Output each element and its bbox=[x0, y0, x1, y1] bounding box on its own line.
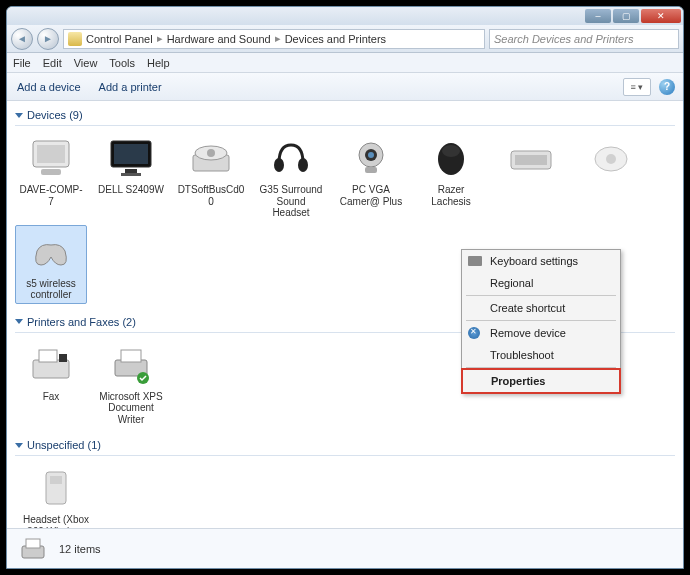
ctx-remove-device[interactable]: Remove device bbox=[462, 322, 620, 344]
group-header-unspecified[interactable]: Unspecified (1) bbox=[15, 435, 675, 453]
printer-icon bbox=[103, 341, 159, 389]
mouse-icon bbox=[423, 134, 479, 182]
disc-drive-icon bbox=[183, 134, 239, 182]
maximize-button[interactable]: ▢ bbox=[613, 9, 639, 23]
device-item[interactable]: DTSoftBusCd00 bbox=[175, 132, 247, 221]
svg-point-11 bbox=[298, 158, 308, 172]
caret-down-icon bbox=[15, 113, 23, 118]
svg-rect-26 bbox=[121, 350, 141, 362]
svg-rect-6 bbox=[121, 173, 141, 176]
back-button[interactable]: ◄ bbox=[11, 28, 33, 50]
menu-tools[interactable]: Tools bbox=[109, 57, 135, 69]
unspecified-item[interactable]: Headset (Xbox 360 Wireless Receiver for … bbox=[15, 462, 97, 528]
svg-rect-5 bbox=[125, 169, 137, 173]
breadcrumb-mid[interactable]: Hardware and Sound bbox=[167, 33, 271, 45]
breadcrumb-leaf[interactable]: Devices and Printers bbox=[285, 33, 387, 45]
svg-rect-15 bbox=[365, 167, 377, 173]
wireless-receiver-icon bbox=[583, 134, 639, 182]
content-area: Devices (9) DAVE-COMP-7 DELL S2409W bbox=[7, 101, 683, 528]
keyboard-small-icon bbox=[468, 256, 482, 266]
fax-icon bbox=[23, 341, 79, 389]
caret-down-icon bbox=[15, 443, 23, 448]
svg-rect-23 bbox=[39, 350, 57, 362]
device-item[interactable]: DAVE-COMP-7 bbox=[15, 132, 87, 221]
minimize-button[interactable]: – bbox=[585, 9, 611, 23]
monitor-icon bbox=[103, 134, 159, 182]
command-bar: Add a device Add a printer ≡ ▾ ? bbox=[7, 73, 683, 101]
group-header-devices[interactable]: Devices (9) bbox=[15, 105, 675, 123]
menu-edit[interactable]: Edit bbox=[43, 57, 62, 69]
status-printer-icon bbox=[17, 535, 49, 563]
generic-device-icon bbox=[28, 464, 84, 512]
svg-rect-29 bbox=[50, 476, 62, 484]
navigation-bar: ◄ ► Control Panel ▸ Hardware and Sound ▸… bbox=[7, 25, 683, 53]
unspecified-items: Headset (Xbox 360 Wireless Receiver for … bbox=[15, 462, 675, 528]
menu-bar: File Edit View Tools Help bbox=[7, 53, 683, 73]
add-printer-button[interactable]: Add a printer bbox=[99, 81, 162, 93]
device-item[interactable]: DELL S2409W bbox=[95, 132, 167, 221]
headset-icon bbox=[263, 134, 319, 182]
device-item[interactable]: Razer Lachesis bbox=[415, 132, 487, 221]
svg-rect-24 bbox=[59, 354, 67, 362]
ctx-create-shortcut[interactable]: Create shortcut bbox=[462, 297, 620, 319]
keyboard-icon bbox=[503, 134, 559, 182]
device-item[interactable] bbox=[495, 132, 567, 221]
remove-icon bbox=[468, 327, 480, 339]
svg-point-21 bbox=[606, 154, 616, 164]
gamepad-icon bbox=[23, 228, 79, 276]
add-device-button[interactable]: Add a device bbox=[17, 81, 81, 93]
device-item[interactable]: G35 Surround Sound Headset bbox=[255, 132, 327, 221]
svg-rect-2 bbox=[41, 169, 61, 175]
breadcrumb-root[interactable]: Control Panel bbox=[86, 33, 153, 45]
device-item[interactable] bbox=[575, 132, 647, 221]
titlebar: – ▢ ✕ bbox=[7, 7, 683, 25]
menu-view[interactable]: View bbox=[74, 57, 98, 69]
window: – ▢ ✕ ◄ ► Control Panel ▸ Hardware and S… bbox=[6, 6, 684, 569]
computer-icon bbox=[23, 134, 79, 182]
ctx-regional[interactable]: Regional bbox=[462, 272, 620, 294]
help-button[interactable]: ? bbox=[659, 79, 675, 95]
status-bar: 12 items bbox=[7, 528, 683, 568]
view-options-button[interactable]: ≡ ▾ bbox=[623, 78, 651, 96]
context-menu: Keyboard settings Regional Create shortc… bbox=[461, 249, 621, 394]
menu-file[interactable]: File bbox=[13, 57, 31, 69]
ctx-keyboard-settings[interactable]: Keyboard settings bbox=[462, 250, 620, 272]
svg-point-17 bbox=[442, 145, 460, 157]
svg-point-14 bbox=[368, 152, 374, 158]
breadcrumb[interactable]: Control Panel ▸ Hardware and Sound ▸ Dev… bbox=[63, 29, 485, 49]
svg-rect-19 bbox=[515, 155, 547, 165]
printer-item[interactable]: Microsoft XPS Document Writer bbox=[95, 339, 167, 428]
webcam-icon bbox=[343, 134, 399, 182]
svg-rect-1 bbox=[37, 145, 65, 163]
ctx-troubleshoot[interactable]: Troubleshoot bbox=[462, 344, 620, 366]
svg-rect-4 bbox=[114, 144, 148, 164]
device-item[interactable]: PC VGA Camer@ Plus bbox=[335, 132, 407, 221]
close-button[interactable]: ✕ bbox=[641, 9, 681, 23]
svg-rect-31 bbox=[26, 539, 40, 548]
forward-button[interactable]: ► bbox=[37, 28, 59, 50]
ctx-properties[interactable]: Properties bbox=[461, 368, 621, 394]
caret-down-icon bbox=[15, 319, 23, 324]
menu-help[interactable]: Help bbox=[147, 57, 170, 69]
search-input[interactable]: Search Devices and Printers bbox=[489, 29, 679, 49]
svg-rect-22 bbox=[33, 360, 69, 378]
svg-point-10 bbox=[274, 158, 284, 172]
control-panel-icon bbox=[68, 32, 82, 46]
device-item-selected[interactable]: s5 wireless controller bbox=[15, 225, 87, 304]
svg-point-9 bbox=[207, 149, 215, 157]
printer-item[interactable]: Fax bbox=[15, 339, 87, 428]
status-text: 12 items bbox=[59, 543, 101, 555]
